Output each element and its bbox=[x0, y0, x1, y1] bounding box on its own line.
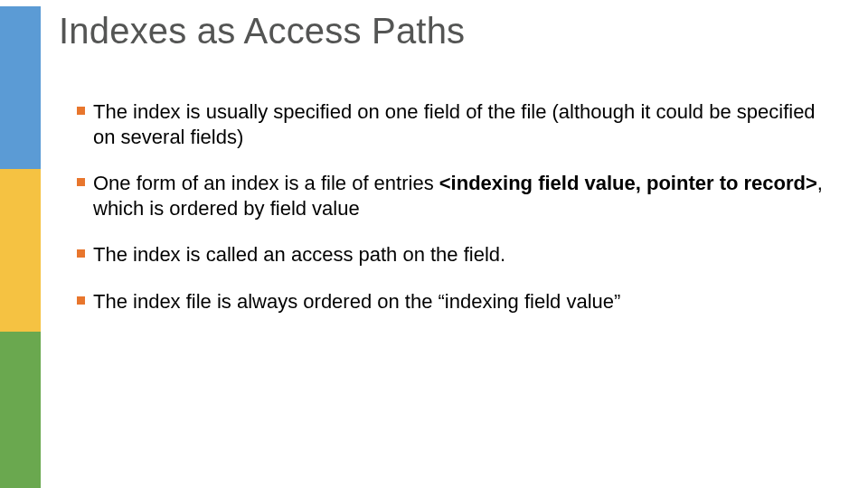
slide-title: Indexes as Access Paths bbox=[59, 11, 465, 52]
stripe-blue bbox=[0, 6, 41, 169]
list-item: One form of an index is a file of entrie… bbox=[77, 171, 832, 221]
bullet-list: The index is usually specified on one fi… bbox=[77, 99, 832, 314]
list-item: The index is called an access path on th… bbox=[77, 242, 832, 267]
bullet-text: The index is called an access path on th… bbox=[93, 243, 505, 266]
bullet-text: The index is usually specified on one fi… bbox=[93, 100, 816, 148]
list-item: The index file is always ordered on the … bbox=[77, 289, 832, 314]
slide: Indexes as Access Paths The index is usu… bbox=[0, 0, 868, 488]
bullet-text-pre: One form of an index is a file of entrie… bbox=[93, 172, 439, 194]
side-stripe bbox=[0, 6, 41, 488]
bullet-text-bold: <indexing field value, pointer to record… bbox=[439, 172, 817, 194]
slide-content: The index is usually specified on one fi… bbox=[77, 99, 832, 335]
stripe-yellow bbox=[0, 169, 41, 332]
list-item: The index is usually specified on one fi… bbox=[77, 99, 832, 149]
stripe-green bbox=[0, 332, 41, 488]
bullet-text: The index file is always ordered on the … bbox=[93, 290, 620, 313]
